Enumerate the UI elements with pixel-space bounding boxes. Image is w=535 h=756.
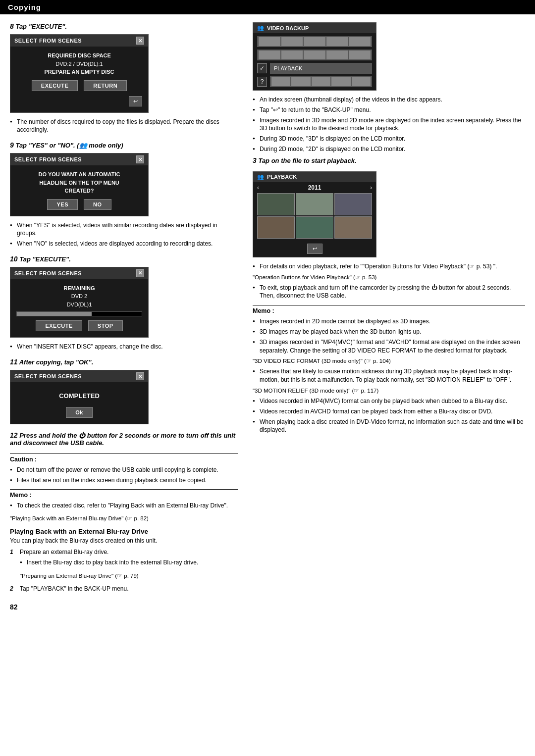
memo-bullet-3-right: 3D images recorded in "MP4(MVC)" format …: [253, 338, 525, 355]
memo-bullets-left: To check the created disc, refer to "Pla…: [10, 502, 238, 510]
dialog-1-close-button[interactable]: ✕: [136, 37, 144, 45]
dialog-2-line3: CREATED?: [16, 187, 142, 195]
dialog-2-close-button[interactable]: ✕: [136, 155, 144, 163]
dialog-3-close-button[interactable]: ✕: [136, 269, 144, 277]
dialog-1-line3: PREPARE AN EMPTY DISC: [16, 68, 142, 76]
pb-thumb-2[interactable]: [296, 193, 333, 215]
step-12-number: 12: [10, 431, 18, 439]
vb-playback-label: PLAYBACK: [274, 65, 302, 71]
memo-bullets-right-2: Scenes that are likely to cause motion s…: [253, 367, 525, 384]
step-10: 10 Tap "EXECUTE". SELECT FROM SCENES ✕ R…: [10, 255, 238, 351]
dialog-4-body: COMPLETED Ok: [10, 382, 148, 424]
pb-back-button[interactable]: ↩: [307, 244, 322, 254]
memo-bullet-4-right: Scenes that are likely to cause motion s…: [253, 367, 525, 384]
vb-check-icon[interactable]: ✓: [257, 63, 267, 73]
memo-title-left: Memo :: [10, 492, 238, 499]
pb-step-1-bullets: Insert the Blu-ray disc to play back int…: [20, 558, 198, 567]
dialog-4-title: SELECT FROM SCENES: [14, 373, 82, 379]
pb-prev-btn[interactable]: ‹: [257, 184, 259, 191]
vb-icon-people: 👥: [257, 25, 264, 31]
caution-title: Caution :: [10, 456, 238, 463]
pb-thumb-4[interactable]: [257, 216, 295, 239]
step-8-number: 8: [10, 22, 14, 30]
dialog-1-execute-button[interactable]: EXECUTE: [32, 80, 78, 91]
dialog-3-line2: DVD 2: [16, 292, 142, 301]
step-9-bullet-2: When "NO" is selected, videos are displa…: [10, 240, 238, 248]
page-number: 82: [10, 603, 238, 611]
memo-bullet-8-right: When playing back a disc created in DVD-…: [253, 418, 525, 435]
vb-playback-row: PLAYBACK: [270, 63, 372, 74]
pb-thumb-6[interactable]: [334, 216, 372, 239]
vb-thumb-5: [349, 37, 371, 46]
dialog-3-stop-button[interactable]: STOP: [88, 320, 123, 331]
dialog-2-body: DO YOU WANT AN AUTOMATIC HEADLINE ON THE…: [10, 165, 148, 216]
step-10-number: 10: [10, 255, 18, 263]
dialog-4-ok-button[interactable]: Ok: [66, 407, 93, 418]
right-step-3-num: 3: [253, 156, 257, 164]
pb-step-1-num: 1: [10, 548, 17, 582]
pb-thumb-1[interactable]: [257, 193, 295, 215]
pb-thumb-3[interactable]: [334, 193, 372, 215]
step-8: 8 Tap "EXECUTE". SELECT FROM SCENES ✕ RE…: [10, 22, 238, 134]
dialog-2-line1: DO YOU WANT AN AUTOMATIC: [16, 170, 142, 179]
memo-ref-3d-video: "3D VIDEO REC FORMAT (3D mode only)" (☞ …: [253, 357, 525, 364]
right-bullets-after-vb: An index screen (thumbnail display) of t…: [253, 96, 525, 153]
memo-bullet-6-right: Videos recorded in MP4(MVC) format can o…: [253, 397, 525, 405]
person-icon: 👥: [79, 142, 87, 149]
vb-thumb-12: [291, 77, 310, 86]
vb-thumb-11: [271, 77, 290, 86]
vb-thumb-15: [352, 77, 371, 86]
step-10-bullets: When "INSERT NEXT DISC" appears, change …: [10, 343, 238, 351]
vb-question-icon[interactable]: ?: [257, 77, 267, 87]
right-column: 👥 VIDEO BACKUP: [253, 22, 525, 611]
memo-bullets-right: Images recorded in 2D mode cannot be dis…: [253, 317, 525, 354]
dialog-3-titlebar: SELECT FROM SCENES ✕: [10, 267, 148, 279]
dialog-1-back-button[interactable]: ↩: [129, 96, 142, 106]
right-bullet-vb-1: An index screen (thumbnail display) of t…: [253, 96, 525, 104]
pb-thumb-5[interactable]: [296, 216, 333, 239]
right-step-3-text: Tap on the file to start playback.: [258, 157, 356, 164]
step-10-bullet-1: When "INSERT NEXT DISC" appears, change …: [10, 343, 238, 351]
pb-title: PLAYBACK: [267, 174, 297, 180]
right-bullets-after-pb: For details on video playback, refer to …: [253, 262, 525, 271]
pb-next-btn[interactable]: ›: [370, 184, 372, 191]
dialog-1-line2: DVD:2 / DVD(DL):1: [16, 60, 142, 68]
playing-back-section: Playing Back with an External Blu-ray Dr…: [10, 528, 238, 593]
vb-title-bar: 👥 VIDEO BACKUP: [253, 23, 376, 33]
playing-back-steps: 1 Prepare an external Blu-ray drive. Ins…: [10, 548, 238, 593]
pb-step-1-ref: "Preparing an External Blu-ray Drive" (☞…: [20, 572, 198, 580]
dialog-1-return-button[interactable]: RETURN: [84, 80, 127, 91]
video-backup-panel: 👥 VIDEO BACKUP: [253, 22, 376, 91]
step-10-text: Tap "EXECUTE".: [19, 255, 71, 263]
dialog-1-title: SELECT FROM SCENES: [14, 38, 82, 44]
dialog-3-execute-button[interactable]: EXECUTE: [36, 320, 82, 331]
right-bullet-pb-1: For details on video playback, refer to …: [253, 262, 525, 271]
right-bullet-exit: To exit, stop playback and turn off the …: [253, 284, 525, 301]
dialog-remaining: SELECT FROM SCENES ✕ REMAINING DVD 2 DVD…: [10, 267, 149, 338]
dialog-2-no-button[interactable]: NO: [84, 199, 111, 210]
playing-back-step-1: 1 Prepare an external Blu-ray drive. Ins…: [10, 548, 238, 582]
dialog-4-line1: COMPLETED: [16, 391, 142, 401]
dialog-3-line3: DVD(DL)1: [16, 301, 142, 309]
step-12-text: Press and hold the ⏻ button for 2 second…: [10, 432, 235, 447]
dialog-3-progress-fill: [17, 312, 92, 316]
step-11-number: 11: [10, 358, 18, 366]
right-bullet-vb-2: Tap "↩" to return to the "BACK-UP" menu.: [253, 106, 525, 114]
dialog-2-titlebar: SELECT FROM SCENES ✕: [10, 153, 148, 165]
dialog-2-yes-button[interactable]: YES: [47, 199, 78, 210]
right-ref-pb: "Operation Buttons for Video Playback" (…: [253, 274, 525, 281]
pb-year: 2011: [308, 184, 321, 191]
step-8-bullets: The number of discs required to copy the…: [10, 118, 238, 135]
dialog-1-titlebar: SELECT FROM SCENES ✕: [10, 35, 148, 47]
playback-panel: 👥 PLAYBACK ‹ 2011 › ↩: [253, 171, 376, 257]
step-9-bullet-1: When "YES" is selected, videos with simi…: [10, 221, 238, 238]
memo-bullet-7-right: Videos recorded in AVCHD format can be p…: [253, 407, 525, 416]
vb-thumb-1: [259, 37, 280, 46]
dialog-4-close-button[interactable]: ✕: [136, 372, 144, 380]
pb-back-area: ↩: [253, 242, 376, 257]
vb-row-4-imgs: [270, 76, 372, 87]
vb-row-3: ✓ PLAYBACK: [257, 63, 372, 74]
vb-thumb-6: [259, 50, 280, 59]
vb-thumb-7: [281, 50, 303, 59]
dialog-3-progress-bar: [16, 311, 142, 316]
